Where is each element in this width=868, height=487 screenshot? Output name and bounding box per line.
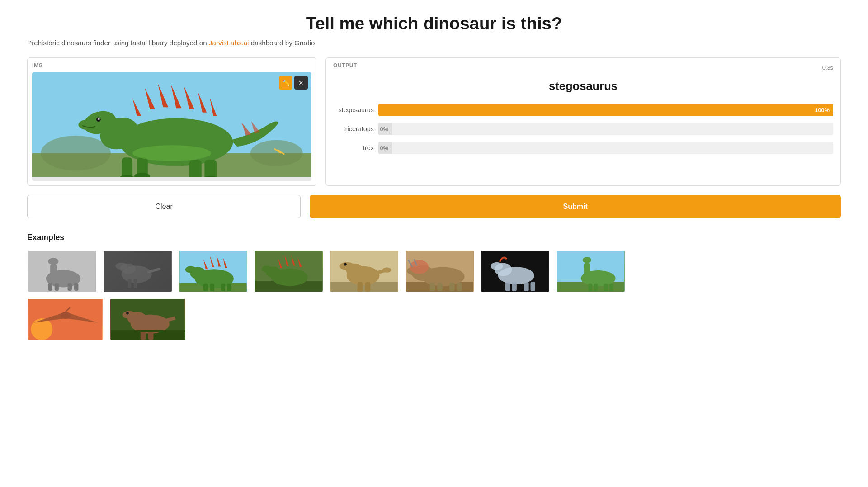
svg-point-2: [41, 136, 111, 170]
submit-button[interactable]: Submit: [310, 195, 841, 218]
svg-point-101: [583, 257, 591, 263]
svg-rect-32: [50, 264, 57, 281]
output-panel: OUTPUT 0.3s stegosaurus stegosaurus 100%…: [326, 57, 841, 186]
output-header: OUTPUT 0.3s: [333, 62, 833, 72]
bar-label-stegosaurus: stegosaurus: [333, 106, 374, 113]
example-stego2[interactable]: [254, 250, 324, 293]
svg-rect-42: [128, 279, 132, 288]
examples-row-1: [27, 250, 841, 293]
svg-rect-96: [531, 282, 536, 291]
bar-row-triceratops: triceratops 0%: [333, 123, 833, 135]
example-long-neck[interactable]: [556, 250, 626, 293]
examples-row-2: [27, 298, 841, 341]
svg-point-109: [61, 312, 71, 319]
svg-rect-23: [189, 160, 202, 177]
svg-point-41: [115, 263, 127, 270]
svg-point-92: [491, 262, 503, 270]
example-allosaurus[interactable]: [109, 298, 186, 341]
example-trex[interactable]: [329, 250, 399, 293]
examples-section: Examples: [27, 233, 841, 341]
bar-label-trex: trex: [333, 144, 374, 151]
bar-row-stegosaurus: stegosaurus 100%: [333, 104, 833, 116]
svg-point-72: [344, 263, 347, 266]
svg-rect-25: [204, 160, 217, 177]
example-raptor[interactable]: [103, 250, 173, 293]
svg-rect-85: [430, 283, 435, 291]
page-subtitle: Prehistoric dinosaurs finder using fasta…: [27, 39, 841, 47]
page-title: Tell me which dinosaur is this?: [27, 14, 841, 33]
svg-rect-104: [604, 284, 608, 291]
svg-rect-34: [48, 283, 52, 291]
dino-image-svg: [32, 72, 311, 177]
svg-rect-74: [365, 282, 370, 292]
bar-track-trex: 0%: [378, 142, 833, 154]
output-panel-label: OUTPUT: [333, 62, 357, 69]
output-prediction: stegosaurus: [333, 80, 833, 93]
svg-point-116: [126, 312, 129, 315]
svg-rect-88: [457, 283, 462, 291]
svg-rect-57: [227, 284, 232, 291]
svg-point-115: [122, 311, 136, 319]
svg-rect-94: [512, 282, 517, 291]
svg-rect-43: [133, 279, 137, 288]
svg-point-33: [48, 258, 58, 265]
svg-rect-55: [210, 284, 214, 291]
jarvislabs-link[interactable]: JarvisLabs.ai: [209, 39, 249, 47]
image-panel: IMG: [27, 57, 316, 186]
svg-rect-93: [505, 282, 510, 291]
svg-rect-54: [203, 284, 208, 291]
clear-button[interactable]: Clear: [27, 195, 301, 218]
svg-point-76: [382, 267, 391, 272]
example-stegosaurus[interactable]: [178, 250, 248, 293]
bar-label-triceratops: triceratops: [333, 125, 374, 132]
bar-pct-trex: 0%: [380, 145, 389, 151]
svg-rect-120: [124, 330, 185, 332]
svg-point-27: [132, 145, 211, 161]
bar-pct-triceratops: 0%: [380, 126, 389, 132]
svg-rect-37: [74, 283, 79, 291]
example-triceratops[interactable]: [405, 250, 475, 293]
svg-rect-73: [358, 282, 363, 292]
bar-fill-trex: 0%: [378, 142, 392, 154]
example-parasaur[interactable]: [480, 250, 550, 293]
svg-point-3: [250, 140, 303, 166]
example-brachiosaurus[interactable]: [27, 250, 97, 293]
image-display: ✏️ ✕: [32, 72, 311, 181]
example-pterodactyl[interactable]: [27, 298, 104, 341]
svg-point-62: [262, 266, 272, 273]
buttons-row: Clear Submit: [27, 195, 841, 218]
bar-track-triceratops: 0%: [378, 123, 833, 135]
svg-point-9: [98, 118, 100, 120]
svg-rect-86: [437, 283, 442, 291]
svg-rect-35: [55, 283, 59, 291]
svg-rect-19: [122, 157, 132, 177]
svg-rect-95: [524, 282, 529, 291]
svg-rect-36: [67, 283, 72, 291]
remove-image-button[interactable]: ✕: [294, 76, 308, 90]
svg-rect-100: [584, 263, 590, 280]
examples-heading: Examples: [27, 233, 841, 242]
svg-point-7: [78, 119, 97, 130]
svg-rect-102: [588, 284, 592, 291]
svg-point-71: [339, 262, 354, 270]
bar-track-stegosaurus: 100%: [378, 104, 833, 116]
bar-fill-triceratops: 0%: [378, 123, 392, 135]
bar-fill-stegosaurus: 100%: [378, 104, 833, 116]
svg-rect-87: [449, 283, 454, 291]
svg-rect-103: [594, 284, 598, 291]
img-panel-label: IMG: [32, 62, 311, 69]
bar-row-trex: trex 0%: [333, 142, 833, 154]
edit-button[interactable]: ✏️: [279, 76, 292, 90]
bar-pct-stegosaurus: 100%: [815, 107, 830, 113]
image-toolbar: ✏️ ✕: [279, 76, 308, 90]
svg-rect-105: [609, 284, 613, 291]
svg-point-107: [31, 318, 52, 340]
svg-rect-56: [221, 284, 225, 291]
output-time: 0.3s: [822, 64, 833, 71]
svg-point-49: [185, 266, 197, 273]
